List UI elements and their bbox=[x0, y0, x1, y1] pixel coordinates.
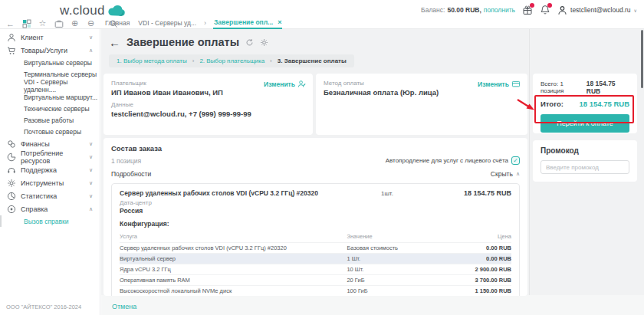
header-right: Баланс: 50.00 RUB, пополнить bbox=[421, 5, 637, 15]
column-header-service: Услуга bbox=[120, 231, 347, 243]
cell-value: 100 ГиБ bbox=[347, 286, 452, 297]
cancel-link[interactable]: Отмена bbox=[112, 303, 136, 310]
chevron-up-icon: ∧ bbox=[516, 171, 520, 177]
workspace-grid-icon[interactable] bbox=[21, 18, 31, 28]
promo-title: Промокод bbox=[540, 146, 629, 155]
check-icon: ✓ bbox=[513, 157, 518, 164]
panel-divider bbox=[529, 29, 530, 315]
sidebar-subitem-vdi-servers[interactable]: VDI - Серверы удаленн.... bbox=[0, 80, 100, 91]
cell-price: 3 700.00 RUB bbox=[452, 275, 511, 286]
person-icon bbox=[7, 33, 16, 42]
hide-details-toggle[interactable]: Скрыть ∧ bbox=[491, 170, 520, 178]
sidebar-subitem-one-time-works[interactable]: Разовые работы bbox=[0, 114, 100, 126]
sidebar-subitem-virtual-routers[interactable]: Виртуальные маршрут... bbox=[0, 91, 100, 103]
sidebar-item-client[interactable]: Клиент ∨ bbox=[0, 31, 100, 44]
tab-vdi-servers[interactable]: VDI - Серверы уд... bbox=[137, 16, 197, 29]
cell-value: Базовая стоимость bbox=[347, 243, 452, 254]
sidebar-item-statistics[interactable]: Статистика ∨ bbox=[0, 189, 100, 202]
zoom-out-icon[interactable]: ⊖ bbox=[86, 18, 96, 28]
zoom-in-icon[interactable]: ⊕ bbox=[70, 18, 80, 28]
tab-payment-completion[interactable]: Завершение опл... × bbox=[213, 16, 282, 29]
chevron-down-icon: ∨ bbox=[89, 141, 93, 147]
column-header-value: Значение bbox=[347, 231, 452, 243]
edit-payer-link[interactable]: Изменить bbox=[264, 80, 306, 88]
sidebar-subitem-mail-servers[interactable]: Почтовые серверы bbox=[0, 126, 100, 137]
cell-value: 20 ГиБ bbox=[347, 275, 452, 286]
step-payer-selection[interactable]: 2. Выбор плательщика bbox=[199, 57, 264, 64]
chevron-down-icon: ∨ bbox=[89, 167, 93, 173]
refresh-icon[interactable] bbox=[245, 38, 254, 47]
sidebar-item-products[interactable]: Товары/Услуги ∧ bbox=[0, 44, 100, 57]
details-label: Подробности bbox=[111, 170, 151, 178]
cloud-logo-icon bbox=[107, 5, 126, 17]
back-icon[interactable]: ← bbox=[5, 18, 15, 28]
sidebar-item-support[interactable]: Поддержка ∨ bbox=[0, 163, 100, 176]
total-count-label: Всего: 1 позиция bbox=[540, 80, 586, 94]
person-edit-icon bbox=[297, 80, 306, 88]
payer-card: Плательщик ИП Иванов Иван Иванович, ИП Д… bbox=[104, 74, 313, 135]
help-circle-icon bbox=[7, 205, 16, 214]
table-row: Ядра vCPU 3.2 ГГц 10 Шт. 2 900.00 RUB bbox=[120, 264, 511, 275]
user-menu[interactable]: testclient@wcloud.ru ∨ bbox=[557, 5, 637, 15]
sidebar-item-label: Товары/Услуги bbox=[21, 47, 67, 54]
sidebar-item-finance[interactable]: Финансы ∨ bbox=[0, 137, 100, 150]
chevron-up-icon: ∧ bbox=[89, 206, 93, 212]
back-arrow-icon[interactable]: ← bbox=[109, 37, 120, 48]
logo-text: w.cloud bbox=[60, 3, 105, 18]
browser-toolbar: ← ☆ ⊕ ⊖ bbox=[5, 18, 118, 28]
tab-separator: › bbox=[204, 16, 206, 29]
order-summary-card: Всего: 1 позиция 18 154.75 RUB Итого: 18… bbox=[533, 74, 637, 133]
sidebar-item-label: Справка bbox=[21, 205, 48, 213]
archive-icon[interactable] bbox=[54, 18, 64, 28]
proceed-to-payment-button[interactable]: Перейти к оплате bbox=[540, 114, 629, 133]
tab-home[interactable]: Главная bbox=[104, 16, 130, 29]
chevron-down-icon: ∨ bbox=[634, 8, 637, 13]
edit-method-link[interactable]: Изменить bbox=[478, 80, 521, 88]
cell-value: 1 Шт. bbox=[347, 254, 452, 264]
settings-gear-icon[interactable] bbox=[260, 38, 268, 47]
item-quantity: 1шт. bbox=[381, 190, 441, 197]
bell-icon[interactable] bbox=[540, 5, 550, 15]
autorenew-checkbox[interactable]: ✓ bbox=[511, 156, 520, 165]
promo-code-card: Промокод bbox=[533, 140, 637, 182]
sidebar-item-label: Клиент bbox=[21, 34, 44, 41]
favorites-star-icon[interactable]: ☆ bbox=[38, 18, 48, 28]
hide-label: Скрыть bbox=[491, 170, 513, 178]
app-window: w.cloud ← ☆ bbox=[0, 0, 644, 315]
balance: Баланс: 50.00 RUB, пополнить bbox=[421, 6, 515, 14]
copyright-footer: ООО "АЙТЕКСО" 2016-2024 bbox=[6, 304, 81, 310]
sidebar-subitem-technical-servers[interactable]: Технические серверы bbox=[0, 103, 100, 114]
gift-icon[interactable] bbox=[522, 5, 533, 15]
order-position-count: 1 позиция bbox=[111, 157, 141, 165]
footer-band bbox=[101, 295, 644, 315]
step-payment-method[interactable]: 1. Выбор метода оплаты bbox=[117, 57, 187, 64]
coins-icon bbox=[7, 139, 16, 149]
sidebar-subitem-virtual-servers[interactable]: Виртуальные серверы bbox=[0, 57, 100, 68]
table-row: Оперативная память RAM 20 ГиБ 3 700.00 R… bbox=[120, 275, 511, 286]
step-payment-completion: 3. Завершение оплаты bbox=[278, 57, 347, 64]
promo-code-input[interactable] bbox=[540, 160, 629, 174]
chevron-down-icon: ∨ bbox=[89, 154, 93, 160]
sidebar-item-tools[interactable]: Инструменты ∨ bbox=[0, 176, 100, 189]
step-separator: › bbox=[270, 57, 272, 64]
order-title: Состав заказа bbox=[111, 144, 520, 153]
notification-badge bbox=[547, 3, 552, 8]
cart-icon bbox=[7, 46, 16, 55]
sidebar-item-label: Статистика bbox=[21, 192, 57, 200]
grand-total-amount: 18 154.75 RUB bbox=[580, 100, 629, 108]
scrollbar-thumb[interactable] bbox=[641, 30, 643, 88]
grand-total-label: Итого: bbox=[540, 100, 564, 108]
sidebar-item-resource-consumption[interactable]: Потребление ресурсов ∨ bbox=[0, 150, 100, 163]
chevron-down-icon: ∨ bbox=[89, 34, 93, 41]
cell-price: 0.00 RUB bbox=[452, 243, 511, 254]
cell-service: Оперативная память RAM bbox=[120, 275, 347, 286]
chevron-down-icon: ∨ bbox=[89, 193, 93, 199]
sidebar-item-help[interactable]: Справка ∧ bbox=[0, 202, 100, 215]
topup-link[interactable]: пополнить bbox=[484, 6, 515, 14]
sidebar-subitem-call-help[interactable]: Вызов справки bbox=[0, 215, 100, 227]
chevron-up-icon: ∧ bbox=[89, 48, 93, 54]
close-tab-icon[interactable]: × bbox=[278, 18, 281, 26]
sidebar: Клиент ∨ Товары/Услуги ∧ Виртуальные сер… bbox=[0, 29, 100, 315]
cell-price: 2 900.00 RUB bbox=[452, 264, 511, 275]
gear-icon bbox=[7, 179, 16, 188]
